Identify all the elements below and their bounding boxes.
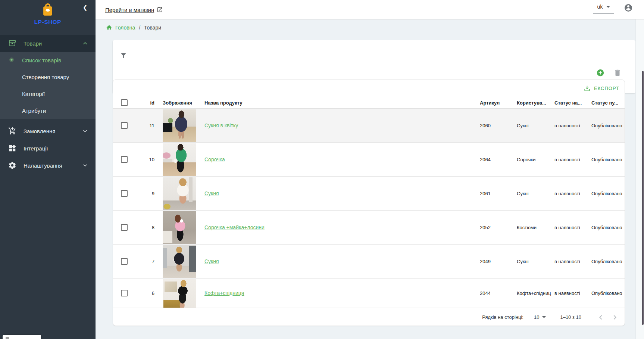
table-row: 6 Кофта+спідниця 2044 Кофта+спідниц в на… bbox=[113, 279, 625, 308]
table-row: 11 Сукня в квітку 2060 Сукні в наявності… bbox=[113, 109, 625, 143]
table-toolbar: ЕКСПОРТ bbox=[113, 80, 625, 97]
cell-stock-status: в наявності bbox=[554, 290, 580, 296]
cell-publish-status: Опубліковано bbox=[591, 225, 622, 230]
sidebar-item-label: Атрибути bbox=[22, 108, 46, 114]
language-value: uk bbox=[597, 4, 603, 10]
cell-publish-status: Опубліковано bbox=[591, 123, 622, 128]
filter-button[interactable] bbox=[116, 48, 131, 63]
account-button[interactable] bbox=[624, 3, 633, 12]
caret-down-icon bbox=[542, 316, 546, 318]
cell-category: Костюми bbox=[517, 225, 552, 230]
product-thumbnail bbox=[163, 245, 196, 278]
table-row: 10 Сорочка 2064 Сорочки в наявності Опуб… bbox=[113, 143, 625, 177]
column-header-name: Назва продукту bbox=[204, 100, 243, 105]
cell-stock-status: в наявності bbox=[554, 259, 580, 264]
product-link[interactable]: Сукня в квітку bbox=[204, 122, 238, 128]
cell-id: 11 bbox=[135, 123, 154, 128]
sidebar-item-settings[interactable]: Налаштування bbox=[0, 157, 96, 174]
product-thumbnail bbox=[163, 143, 196, 176]
bullet-dot-icon bbox=[9, 74, 10, 81]
sidebar-item-label: Створення товару bbox=[22, 74, 69, 80]
sidebar: ❮ LP-SHOP Товари Список товарів bbox=[0, 0, 96, 339]
sidebar-item-products[interactable]: Товари bbox=[0, 35, 96, 52]
select-all-checkbox[interactable] bbox=[121, 99, 128, 106]
popup-icon bbox=[6, 337, 9, 339]
product-thumbnail bbox=[163, 109, 196, 142]
widgets-icon bbox=[8, 144, 16, 152]
row-checkbox[interactable] bbox=[121, 122, 128, 129]
table-row: 8 Сорочка +майка+лосини 2052 Костюми в н… bbox=[113, 211, 625, 245]
sidebar-item-integrations[interactable]: Інтеграції bbox=[0, 140, 96, 157]
sidebar-item-product-create[interactable]: Створення товару bbox=[0, 69, 96, 85]
products-submenu: Список товарів Створення товару Категорі… bbox=[0, 52, 96, 119]
cell-sku: 2064 bbox=[480, 157, 491, 162]
cell-category: Сукні bbox=[517, 123, 552, 128]
add-product-button[interactable] bbox=[596, 69, 604, 77]
row-checkbox[interactable] bbox=[121, 290, 128, 296]
cell-sku: 2061 bbox=[480, 191, 491, 196]
sidebar-item-orders[interactable]: Замовлення bbox=[0, 122, 96, 140]
product-thumbnail bbox=[163, 279, 196, 308]
scrollbar-thumb[interactable] bbox=[642, 71, 644, 325]
cell-publish-status: Опубліковано bbox=[591, 157, 622, 162]
sidebar-item-label: Список товарів bbox=[22, 57, 61, 63]
sidebar-collapse-button[interactable]: ❮ bbox=[81, 3, 90, 12]
product-link[interactable]: Сукня bbox=[204, 190, 219, 196]
cell-sku: 2049 bbox=[480, 259, 491, 264]
language-select[interactable]: uk bbox=[593, 3, 614, 14]
home-icon bbox=[106, 24, 112, 31]
rows-per-page-value: 10 bbox=[534, 314, 539, 320]
cell-id: 6 bbox=[135, 290, 154, 296]
cell-publish-status: Опубліковано bbox=[591, 191, 622, 196]
pagination-next-button[interactable] bbox=[610, 313, 619, 322]
caret-down-icon bbox=[606, 6, 610, 8]
trash-icon bbox=[613, 69, 622, 77]
sidebar-item-product-list[interactable]: Список товарів bbox=[0, 52, 96, 69]
breadcrumb-home-link[interactable]: Головна bbox=[115, 25, 135, 31]
row-checkbox[interactable] bbox=[121, 156, 128, 163]
bottom-left-popup bbox=[3, 335, 41, 339]
sidebar-item-label: Інтеграції bbox=[24, 145, 48, 152]
row-checkbox[interactable] bbox=[121, 224, 128, 231]
shop-link-label: Перейти в магазин bbox=[105, 6, 154, 13]
cell-category: Сукні bbox=[517, 259, 552, 264]
product-thumbnail bbox=[163, 177, 196, 210]
row-checkbox[interactable] bbox=[121, 258, 128, 265]
shop-link[interactable]: Перейти в магазин bbox=[105, 6, 163, 13]
pagination-prev-button[interactable] bbox=[596, 313, 605, 322]
sidebar-item-attributes[interactable]: Атрибути bbox=[0, 102, 96, 119]
delete-button[interactable] bbox=[613, 69, 622, 77]
pagination: Рядків на сторінці: 10 1–10 з 10 bbox=[113, 308, 625, 326]
row-checkbox[interactable] bbox=[121, 190, 128, 197]
column-header-category: Користува... bbox=[517, 100, 546, 105]
product-thumbnail bbox=[163, 211, 196, 244]
sidebar-item-label: Налаштування bbox=[24, 162, 62, 169]
main-content: Головна / Товари bbox=[96, 19, 644, 339]
export-button[interactable]: ЕКСПОРТ bbox=[584, 85, 619, 92]
chevron-down-icon bbox=[81, 127, 89, 135]
breadcrumb-current: Товари bbox=[144, 25, 161, 31]
bullet-dot-icon bbox=[9, 108, 10, 114]
open-in-new-icon bbox=[157, 6, 163, 13]
chevron-right-icon bbox=[610, 313, 619, 322]
cell-category: Сукні bbox=[517, 191, 552, 196]
product-link[interactable]: Кофта+спідниця bbox=[204, 290, 244, 296]
cell-stock-status: в наявності bbox=[554, 157, 580, 162]
table-row: 9 Сукня 2061 Сукні в наявності Опубліков… bbox=[113, 177, 625, 211]
cell-stock-status: в наявності bbox=[554, 191, 580, 196]
download-icon bbox=[584, 85, 591, 92]
product-link[interactable]: Сукня bbox=[204, 258, 219, 264]
logo-text: LP-SHOP bbox=[0, 19, 96, 25]
archive-box-icon bbox=[8, 39, 16, 47]
product-link[interactable]: Сорочка bbox=[204, 156, 225, 162]
rows-per-page-select[interactable]: 10 bbox=[534, 314, 546, 320]
cell-sku: 2052 bbox=[480, 225, 491, 230]
chevron-left-icon bbox=[596, 313, 605, 322]
sidebar-item-categories[interactable]: Категорії bbox=[0, 85, 96, 102]
cell-category: Сорочки bbox=[517, 157, 552, 162]
funnel-icon bbox=[120, 52, 127, 59]
chevron-down-icon bbox=[81, 162, 89, 169]
cell-id: 8 bbox=[135, 225, 154, 230]
account-circle-icon bbox=[624, 3, 633, 12]
product-link[interactable]: Сорочка +майка+лосини bbox=[204, 224, 265, 230]
